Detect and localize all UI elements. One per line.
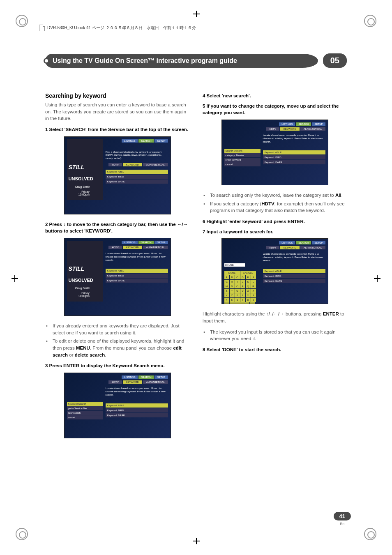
- ss-subtab: HDTV: [108, 380, 122, 384]
- print-target-icon: [364, 15, 376, 27]
- registration-mark-icon: [193, 11, 200, 17]
- ss-row: Keyword: DARE: [263, 279, 325, 283]
- list-item: If you already entered any keywords they…: [51, 322, 189, 336]
- step-4: 4 Select 'new search'.: [203, 92, 347, 99]
- ss-row: Keyword: ABLE: [263, 269, 325, 273]
- ui-screenshot-3: LISTINGS SEARCH SETUP HDTV KEYWORD ALPHA…: [64, 373, 171, 438]
- ss-row: Keyword: BIRD: [106, 274, 168, 278]
- bullet-list: The keyword you input is stored so that …: [203, 329, 347, 342]
- book-header-text: DVR-530H_KU.book 41 ページ ２００５年６月８日 水曜日 午前…: [47, 25, 196, 31]
- list-item: The keyword you input is stored so that …: [208, 329, 347, 342]
- ss-tab: SETUP: [312, 241, 325, 244]
- ss-tab: SETUP: [154, 375, 168, 379]
- title-bar: Using the TV Guide On Screen™ interactiv…: [45, 53, 347, 68]
- ss-tab: SEARCH: [138, 375, 154, 379]
- ss-subtab: KEYWORD: [123, 246, 142, 249]
- page-number: 41: [334, 512, 351, 520]
- ss-text: Friday10:00pm: [78, 292, 90, 297]
- ss-menu-title: Keyword Search: [67, 402, 103, 406]
- ui-screenshot-1: STILL UNSOLVED Craig Smith Friday10:00pm…: [64, 136, 171, 214]
- book-header: DVR-530H_KU.book 41 ページ ２００５年６月８日 水曜日 午前…: [39, 25, 196, 31]
- ss-menu-item: cancel: [224, 162, 261, 166]
- left-column: Searching by keyword Using this type of …: [45, 92, 189, 445]
- bullet-list: To search using only the keyword, leave …: [203, 192, 347, 214]
- ss-menu-item: cancel: [67, 415, 103, 419]
- ss-tab: LISTINGS: [122, 139, 138, 143]
- ss-tab: SEARCH: [138, 139, 154, 143]
- print-target-icon: [16, 15, 28, 27]
- ss-menu-item: enter keyword: [224, 158, 261, 162]
- ss-row: Keyword: BIRD: [263, 274, 325, 278]
- page-title: Using the TV Guide On Screen™ interactiv…: [45, 54, 318, 68]
- ss-subtab: ALPHABETICAL: [300, 127, 325, 131]
- arrow-keys-icon: ↑/↓/←/→: [266, 311, 284, 316]
- ss-subtab: HDTV: [108, 163, 122, 166]
- ui-screenshot-2: STILL UNSOLVED Craig Smith Friday10:00pm…: [64, 238, 171, 316]
- page-number-badge: 41 En: [334, 512, 351, 526]
- list-item: To edit or delete one of the displayed k…: [51, 338, 189, 358]
- ss-subtab: KEYWORD: [123, 380, 142, 384]
- registration-mark-icon: [193, 538, 200, 544]
- ss-tab: LISTINGS: [279, 241, 295, 244]
- ss-info: Locate shows based on words you enter. M…: [263, 134, 325, 143]
- ss-info: Locate shows based on words you enter. M…: [263, 253, 325, 262]
- ss-row: Keyword: BIRD: [106, 408, 168, 412]
- ss-menu-title: Search Options: [224, 149, 261, 153]
- ss-row: Keyword: BIRD: [106, 175, 168, 179]
- ss-subtab: HDTV: [266, 246, 279, 249]
- ss-info: Locate shows based on words you enter. M…: [106, 387, 168, 396]
- ss-row: Keyword: DARE: [106, 413, 168, 417]
- section-heading: Searching by keyword: [45, 92, 189, 99]
- ss-info: Locate shows based on words you enter. M…: [106, 252, 168, 262]
- ss-text: STILL: [69, 265, 85, 272]
- right-column: 4 Select 'new search'. 5 If you want to …: [203, 92, 347, 445]
- ss-keyboard: HOUSE DONECANCEL ABCDEF GHIJKL MNOPQR ST…: [224, 271, 261, 304]
- ss-text: Craig Smith: [75, 185, 90, 188]
- ss-tab: SETUP: [312, 122, 325, 126]
- ss-text: UNSOLVED: [69, 278, 93, 283]
- list-item: If you select a category (HDTV, for exam…: [208, 200, 347, 214]
- step-1: 1 Select 'SEARCH' from the Service bar a…: [45, 126, 189, 133]
- ss-row: Keyword: DARE: [106, 279, 168, 283]
- page-content: Using the TV Guide On Screen™ interactiv…: [45, 53, 347, 445]
- ss-row: Keyword: ABLE: [106, 170, 168, 174]
- ss-subtab: KEYWORD: [280, 127, 300, 131]
- ss-tab: SEARCH: [296, 241, 311, 244]
- ss-subtab: HDTV: [108, 246, 122, 249]
- ss-subtab: ALPHABETICAL: [300, 246, 325, 249]
- ss-subtab: KEYWORD: [280, 246, 300, 249]
- step-5: 5 If you want to change the category, mo…: [203, 103, 347, 116]
- ss-text: UNSOLVED: [69, 176, 93, 181]
- bullet-list: If you already entered any keywords they…: [45, 322, 189, 358]
- tail-paragraph: Highlight characters using the ↑/↓/←/→ b…: [203, 311, 347, 324]
- registration-mark-icon: [374, 275, 380, 282]
- ss-info: Find a show alphabetically, by keyword, …: [106, 151, 168, 160]
- ss-subtab: KEYWORD: [123, 163, 142, 166]
- step-3: 3 Press ENTER to display the Keyword Sea…: [45, 362, 189, 369]
- ss-tab: SEARCH: [296, 122, 311, 126]
- ss-text: Craig Smith: [75, 287, 90, 290]
- ss-subtab: ALPHABETICAL: [143, 246, 168, 249]
- ss-row: Keyword: DARE: [106, 180, 168, 184]
- step-8: 8 Select 'DONE' to start the search.: [203, 346, 347, 353]
- ss-text: Friday10:00pm: [78, 190, 90, 196]
- registration-mark-icon: [12, 275, 18, 282]
- ss-row: Keyword: ABLE: [263, 150, 325, 154]
- ss-row: Keyword: ABLE: [106, 403, 168, 408]
- page-language: En: [340, 522, 344, 526]
- ss-row: Keyword: DARE: [263, 160, 325, 164]
- print-target-icon: [16, 528, 28, 540]
- ss-tab: SETUP: [154, 241, 168, 244]
- ss-menu-item: go to Service Bar: [67, 406, 103, 410]
- chapter-badge: 05: [323, 53, 347, 68]
- ss-subtab: HDTV: [266, 127, 279, 131]
- ss-menu-item: new search: [67, 411, 103, 415]
- ss-tab: LISTINGS: [279, 122, 295, 126]
- document-icon: [39, 25, 45, 31]
- print-target-icon: [364, 528, 376, 540]
- ss-menu-item: category: Movies: [224, 153, 261, 157]
- step-2: 2 Press ↓ to move to the search category…: [45, 221, 189, 235]
- ss-subtab: ALPHABETICAL: [143, 380, 168, 384]
- ss-text: STILL: [69, 164, 85, 170]
- ss-tab: SEARCH: [138, 241, 154, 244]
